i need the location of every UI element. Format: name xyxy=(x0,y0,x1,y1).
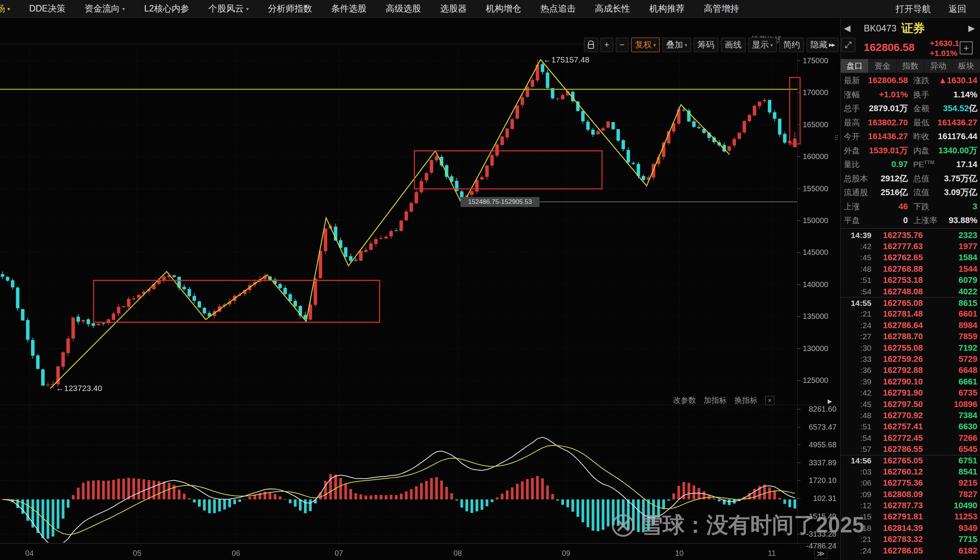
tick-row[interactable]: :30162755.087192 xyxy=(841,342,980,353)
tick-row[interactable]: :51162757.416630 xyxy=(841,421,980,432)
menu-item-11[interactable]: 机构推荐 xyxy=(649,3,684,15)
menu-item-5[interactable]: 条件选股 xyxy=(331,3,366,15)
tick-price: 162788.70 xyxy=(873,332,942,342)
month-label-09: 09 xyxy=(562,549,570,558)
yincang-button[interactable]: 隐藏▶▶ xyxy=(806,38,838,52)
tick-price: 162759.26 xyxy=(873,354,942,364)
tick-row[interactable]: :33162759.265729 xyxy=(841,353,980,365)
menu-item-12[interactable]: 高管增持 xyxy=(704,3,739,15)
indicator-add-button[interactable]: 加指标 xyxy=(704,395,727,405)
tick-row[interactable]: :45162797.5010896 xyxy=(841,398,980,410)
tick-price: 162748.08 xyxy=(873,287,942,297)
chart-region: +−复权▾叠加▾筹码画线显示▾简约隐藏▶▶⤢ 设置均线 ▾ 1750001700… xyxy=(0,18,840,560)
diejia-button[interactable]: 叠加▾ xyxy=(662,38,691,52)
tick-row[interactable]: :51162753.186079 xyxy=(841,275,980,286)
tick-row[interactable]: :21162781.486601 xyxy=(841,308,980,320)
fuquan-button[interactable]: 复权▾ xyxy=(631,38,660,52)
tick-volume: 8541 xyxy=(942,467,977,477)
expand-timeframe-button[interactable]: ≫ xyxy=(814,548,827,559)
field-row: 总手2879.01万金额354.52亿 xyxy=(841,102,980,116)
indicator-switch-button[interactable]: 换指标 xyxy=(734,395,758,405)
month-label-08: 08 xyxy=(453,549,462,558)
next-stock-arrow-icon[interactable]: ▶ xyxy=(965,23,978,33)
tick-row[interactable]: 14:56162765.056751 xyxy=(841,455,980,466)
tick-row[interactable]: :27162788.707859 xyxy=(841,331,980,342)
menu-item-4[interactable]: 分析师指数 xyxy=(268,3,312,15)
button-label: 叠加 xyxy=(666,39,683,51)
jianyue-button[interactable]: 简约 xyxy=(779,38,804,52)
tick-row[interactable]: :12162787.7310490 xyxy=(841,500,980,511)
tick-price: 162790.10 xyxy=(873,377,942,387)
tick-row[interactable]: :06162775.369215 xyxy=(841,478,980,489)
tick-row[interactable]: 14:39162735.762323 xyxy=(841,230,980,241)
tab-盘口[interactable]: 盘口 xyxy=(841,59,869,73)
tick-row[interactable]: :36162792.886648 xyxy=(841,365,980,376)
tick-price: 162786.05 xyxy=(873,546,942,556)
panel-splitter-grip[interactable] xyxy=(835,135,838,140)
price-axis-label: 155000 xyxy=(803,184,837,193)
chouma-button[interactable]: 筹码 xyxy=(694,38,718,52)
menu-item-3[interactable]: 个股风云▾ xyxy=(208,3,249,15)
tick-row[interactable]: :42162791.906735 xyxy=(841,387,980,398)
candlestick-chart-canvas[interactable] xyxy=(0,0,840,560)
tick-row[interactable]: :18162814.399349 xyxy=(841,522,980,533)
field-label: 涨跌 xyxy=(913,75,929,86)
tick-row[interactable]: :42162777.631977 xyxy=(841,241,980,252)
tick-row[interactable]: :39162790.106661 xyxy=(841,376,980,387)
indicator-pane-header: 改参数 加指标 换指标 × xyxy=(673,395,774,405)
menu-item-6[interactable]: 高级选股 xyxy=(386,3,421,15)
quote-fields: 最新162806.58涨跌▲1630.14涨幅+1.01%换手1.14%总手28… xyxy=(841,73,980,228)
tick-row[interactable]: :54162748.084022 xyxy=(841,286,980,297)
tab-异动[interactable]: 异动 xyxy=(924,59,952,73)
tick-row[interactable]: :54162772.457266 xyxy=(841,432,980,443)
indicator-param-button[interactable]: 改参数 xyxy=(673,395,696,405)
tick-row[interactable]: :57162786.556545 xyxy=(841,443,980,455)
huaxian-button[interactable]: 画线 xyxy=(721,38,746,52)
pane-collapse-arrow-icon[interactable]: ▶ xyxy=(828,398,832,405)
prev-stock-arrow-icon[interactable]: ◀ xyxy=(841,23,854,33)
lock-button[interactable] xyxy=(584,38,598,52)
tick-row[interactable]: :24162786.056182 xyxy=(841,545,980,556)
tick-row[interactable]: :48162768.881544 xyxy=(841,263,980,275)
menu-item-7[interactable]: 选股器 xyxy=(440,3,467,15)
tick-list[interactable]: 14:39162735.762323:42162777.631977:45162… xyxy=(841,230,980,560)
menu-item-1[interactable]: 资金流向▾ xyxy=(85,3,125,15)
tick-row[interactable]: :09162808.097827 xyxy=(841,489,980,500)
price-change-percent: +1.01% xyxy=(930,48,959,58)
xianshi-button[interactable]: 显示▾ xyxy=(748,38,777,52)
zoom-out-button[interactable]: − xyxy=(616,38,629,52)
menu-item-market[interactable]: 场▾ xyxy=(0,3,10,15)
menu-right-item-1[interactable]: 返回 xyxy=(948,3,966,15)
tick-row[interactable]: 14:55162765.088615 xyxy=(841,297,980,308)
tick-row[interactable]: :45162762.651584 xyxy=(841,252,980,263)
fullscreen-button[interactable]: ⤢ xyxy=(841,38,856,52)
month-label-05: 05 xyxy=(133,549,141,558)
tick-time: :45 xyxy=(844,400,873,409)
field-value: 1340.00万 xyxy=(929,145,977,157)
tick-time: :39 xyxy=(844,377,873,387)
add-to-watchlist-button[interactable]: + xyxy=(960,42,973,55)
menu-item-8[interactable]: 机构增仓 xyxy=(486,3,521,15)
menu-item-0[interactable]: DDE决策 xyxy=(29,3,65,15)
chevron-down-icon: ▾ xyxy=(654,42,656,48)
field-总股本: 总股本2912亿 xyxy=(844,173,908,184)
tick-row[interactable]: :03162760.128541 xyxy=(841,466,980,477)
zoom-in-button[interactable]: + xyxy=(600,38,613,52)
tab-板块[interactable]: 板块 xyxy=(952,59,980,73)
chevron-down-icon: ▾ xyxy=(771,42,773,48)
tick-row[interactable]: :48162770.927384 xyxy=(841,410,980,421)
high-price-annotation: ←175157.48 xyxy=(544,55,589,64)
tick-row[interactable]: :24162786.648984 xyxy=(841,320,980,331)
menu-item-2[interactable]: L2核心内参 xyxy=(144,3,189,15)
tick-row[interactable]: :21162783.327715 xyxy=(841,534,980,545)
menu-item-9[interactable]: 热点追击 xyxy=(540,3,575,15)
tick-time: :18 xyxy=(844,523,873,533)
tick-row[interactable]: :15162791.8111253 xyxy=(841,511,980,522)
tab-资金[interactable]: 资金 xyxy=(869,59,897,73)
menu-item-10[interactable]: 高成长性 xyxy=(595,3,630,15)
indicator-close-icon[interactable]: × xyxy=(765,396,774,405)
tab-指数[interactable]: 指数 xyxy=(897,59,925,73)
menu-item-label: 热点追击 xyxy=(540,3,575,15)
field-label: 金额 xyxy=(913,103,929,114)
menu-right-item-0[interactable]: 打开导航 xyxy=(896,3,931,15)
